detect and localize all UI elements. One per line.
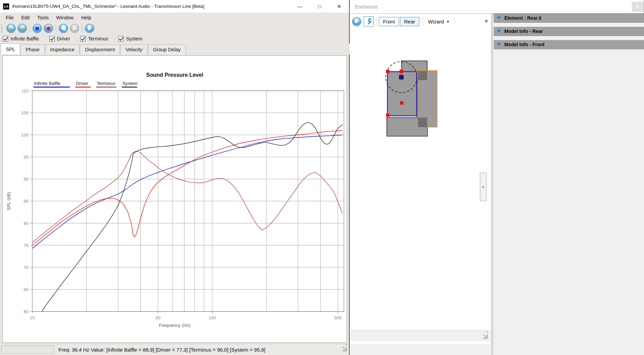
tools-button[interactable] <box>364 16 374 26</box>
menu-window[interactable]: Window <box>52 14 77 22</box>
menu-file[interactable]: File <box>2 14 17 22</box>
front-toggle-button[interactable]: Front <box>379 17 399 26</box>
svg-text:10: 10 <box>30 315 35 320</box>
svg-text:105: 105 <box>21 110 29 116</box>
resize-grip-icon[interactable] <box>343 347 348 352</box>
legend-driver: Driver <box>76 81 89 86</box>
tab-velocity[interactable]: Velocity <box>120 45 147 54</box>
main-toolbar: NEWOPEN <box>0 23 349 34</box>
svg-text:50: 50 <box>156 315 160 320</box>
drag-handle[interactable] <box>386 113 389 117</box>
enclosure-overlap <box>418 71 427 80</box>
step-back-button[interactable] <box>59 24 68 33</box>
section-title: Model Info - Rear <box>504 29 543 34</box>
legend-infinite-baffle: Infinite Baffle <box>34 81 60 86</box>
svg-text:500: 500 <box>334 315 342 320</box>
drag-handle[interactable] <box>400 70 403 73</box>
point-button[interactable] <box>33 24 42 33</box>
main-window: LA thomann15LB075-UW4_DA_ChL_TML_Schneck… <box>0 0 350 355</box>
toolbar-separator <box>56 24 56 33</box>
chevron-down-icon <box>485 21 488 23</box>
minimize-button[interactable]: — <box>290 0 310 13</box>
enclosure-toolbar: Front Rear Wizard <box>350 15 490 28</box>
screen: LA thomann15LB075-UW4_DA_ChL_TML_Schneck… <box>0 0 644 355</box>
tab-displacement[interactable]: Displacement <box>80 45 120 54</box>
enclosure-title: Enclosure <box>355 4 378 10</box>
series-infinite-baffle <box>32 135 343 248</box>
enclosure-window: Enclosure ✕ Front Rear Wizard <box>350 0 644 355</box>
checkbox-label: System <box>126 36 142 41</box>
enclosure-overlap <box>418 118 427 127</box>
tab-group-delay[interactable]: Group Delay <box>148 45 186 54</box>
legend-system: System <box>122 81 138 86</box>
svg-text:Frequency (Hz): Frequency (Hz) <box>159 323 190 328</box>
spl-chart-panel: 60657075808590951001051101050100500Frequ… <box>2 55 347 343</box>
collapse-triangle-icon[interactable] <box>497 17 501 19</box>
section-header-model-info-front: Model Info - Front <box>494 40 644 49</box>
toolbar-separator <box>454 17 455 26</box>
dot-icon <box>47 26 50 30</box>
main-titlebar: LA thomann15LB075-UW4_DA_ChL_TML_Schneck… <box>0 0 349 13</box>
menu-edit[interactable]: Edit <box>17 14 33 22</box>
drag-handle[interactable] <box>400 101 403 105</box>
series-checkbox-terminus[interactable]: Terminus <box>80 36 108 41</box>
enclosure-drawing[interactable] <box>350 28 490 344</box>
play-button[interactable] <box>85 24 94 33</box>
drag-handle[interactable] <box>386 70 389 73</box>
status-bar: Freq: 36,4 Hz Value: [Infinite Baffle = … <box>0 344 349 355</box>
wrench-icon <box>365 18 372 25</box>
checkbox-label: Infinite Baffle <box>11 36 39 41</box>
section-header-element-rear-0: Element : Rear.0 <box>494 14 644 23</box>
skip-back-icon <box>61 26 64 31</box>
menu-tools[interactable]: Tools <box>33 14 52 22</box>
series-system <box>42 123 343 312</box>
status-text: Freq: 36,4 Hz Value: [Infinite Baffle = … <box>58 347 265 353</box>
series-checkbox-infinite-baffle[interactable]: Infinite Baffle <box>3 36 39 41</box>
spl-chart: 60657075808590951001051101050100500Frequ… <box>3 56 347 342</box>
svg-text:110: 110 <box>21 88 29 93</box>
panel-expander-button[interactable]: > <box>480 173 487 201</box>
enclosure-titlebar: Enclosure ✕ <box>350 0 644 14</box>
resize-grip-icon[interactable] <box>484 335 488 339</box>
checkbox-label: Driver <box>57 36 70 41</box>
play-icon <box>88 26 91 31</box>
rear-toggle-button[interactable]: Rear <box>400 17 419 26</box>
maximize-button[interactable]: □ <box>310 0 329 13</box>
driver-handle[interactable] <box>399 75 403 79</box>
skip-forward-icon <box>74 26 77 31</box>
toolbar-overflow-button[interactable] <box>484 17 489 26</box>
series-checkbox-system[interactable]: System <box>118 36 142 41</box>
section-title: Model Info - Front <box>504 42 544 47</box>
svg-text:Sound Pressure Level: Sound Pressure Level <box>146 72 203 78</box>
enclosure-close-icon[interactable]: ✕ <box>632 2 643 12</box>
toolbar-separator <box>376 17 377 26</box>
series-checkbox-driver[interactable]: Driver <box>49 36 70 41</box>
properties-panel: Element : Rear.0Model Info - RearModel I… <box>492 14 644 355</box>
collapse-triangle-icon[interactable] <box>497 43 501 46</box>
chevron-down-icon <box>447 21 449 23</box>
close-button[interactable]: ✕ <box>329 0 349 13</box>
checkbox-icon[interactable] <box>3 36 8 41</box>
step-forward-button[interactable] <box>70 24 79 33</box>
toolbar-separator <box>423 17 423 26</box>
new-button[interactable]: NEW <box>6 24 16 33</box>
collapse-triangle-icon[interactable] <box>497 30 501 33</box>
tab-impedance[interactable]: Impedance <box>45 45 80 54</box>
toolbar-grip-icon[interactable] <box>1 24 3 33</box>
checkbox-icon[interactable] <box>80 36 86 41</box>
open-button[interactable]: OPEN <box>18 24 27 33</box>
svg-text:95: 95 <box>24 155 29 160</box>
tab-spl[interactable]: SPL <box>1 43 20 54</box>
tab-strip: SPLPhaseImpedanceDisplacementVelocityGro… <box>1 43 350 54</box>
checkbox-icon[interactable] <box>49 36 55 41</box>
series-driver <box>32 130 343 245</box>
enclosure-canvas-area: Front Rear Wizard <box>350 14 490 344</box>
record-button[interactable] <box>44 24 53 33</box>
wizard-dropdown[interactable]: Wizard <box>425 17 452 26</box>
window-title: thomann15LB075-UW4_DA_ChL_TML_Schnecke* … <box>12 4 204 9</box>
tab-phase[interactable]: Phase <box>20 45 45 54</box>
checkbox-icon[interactable] <box>118 36 124 41</box>
toolbar-separator <box>82 24 82 33</box>
enclosure-play-button[interactable] <box>352 17 361 26</box>
menu-help[interactable]: Help <box>77 14 95 22</box>
